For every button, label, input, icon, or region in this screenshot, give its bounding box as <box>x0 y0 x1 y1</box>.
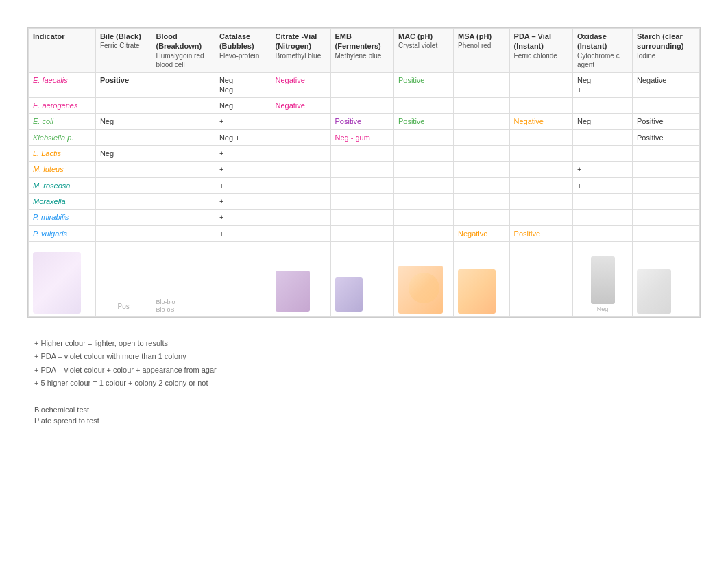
catalase-cell: Neg + <box>215 129 271 145</box>
legend-section: Biochemical test Plate spread to test <box>27 405 701 425</box>
bile-cell <box>95 193 151 209</box>
legend-item-2: Plate spread to test <box>34 416 701 425</box>
bile-cell <box>95 177 151 193</box>
pda-cell: Negative <box>509 114 572 129</box>
oxidase-cell <box>573 129 633 145</box>
msa-cell <box>453 72 509 98</box>
starch-cell <box>633 146 700 162</box>
plate-image-emb <box>335 277 363 312</box>
legend-item-1: Biochemical test <box>34 405 701 414</box>
bile-cell <box>95 129 151 145</box>
emb-cell <box>330 177 393 193</box>
header-pda: PDA – Vial (Instant) Ferric chloride <box>509 29 572 73</box>
bacteria-name: L. Lactis <box>29 146 96 162</box>
oxidase-cell: + <box>573 162 633 177</box>
image-cell-5 <box>271 241 330 316</box>
footnote-1: + Higher colour = lighter, open to resul… <box>34 338 701 349</box>
footnotes-section: + Higher colour = lighter, open to resul… <box>27 338 701 389</box>
oxidase-cell <box>573 146 633 162</box>
pda-cell: Positive <box>509 225 572 241</box>
starch-cell: Positive <box>633 129 700 145</box>
table-wrapper: Indicator Bile (Black) Ferric Citrate Bl… <box>27 27 701 318</box>
pda-cell <box>509 162 572 177</box>
msa-cell <box>453 146 509 162</box>
bile-cell <box>95 225 151 241</box>
catalase-cell: + <box>215 193 271 209</box>
catalase-cell: + <box>215 114 271 129</box>
table-row: M. roseosa + + <box>29 177 700 193</box>
header-starch: Starch (clear surrounding) Iodine <box>633 29 700 73</box>
blood-cell <box>151 72 215 98</box>
starch-cell <box>633 98 700 114</box>
oxidase-cell: + <box>573 177 633 193</box>
table-row: P. mirabilis + <box>29 210 700 225</box>
starch-cell <box>633 162 700 177</box>
pda-cell <box>509 72 572 98</box>
emb-cell <box>330 146 393 162</box>
header-msa: MSA (pH) Phenol red <box>453 29 509 73</box>
plate-image-msa <box>458 269 496 314</box>
image-cell-2: Pos <box>95 241 151 316</box>
bacteria-name: P. mirabilis <box>29 210 96 225</box>
header-indicator: Indicator <box>29 29 96 73</box>
mac-cell <box>393 193 453 209</box>
bile-cell <box>95 162 151 177</box>
citrate-cell <box>271 129 330 145</box>
starch-cell: Positive <box>633 114 700 129</box>
oxidase-cell <box>573 225 633 241</box>
table-row: E. aerogenes Neg Negative <box>29 98 700 114</box>
mac-cell <box>393 225 453 241</box>
mac-cell: Positive <box>393 114 453 129</box>
table-row: M. luteus + + <box>29 162 700 177</box>
starch-cell <box>633 210 700 225</box>
pda-cell <box>509 146 572 162</box>
mac-cell <box>393 162 453 177</box>
plate-image-oxidase <box>591 256 615 304</box>
plate-image-mac2 <box>409 273 439 303</box>
citrate-cell <box>271 193 330 209</box>
oxidase-cell <box>573 193 633 209</box>
image-cell-4 <box>215 241 271 316</box>
emb-cell <box>330 162 393 177</box>
pda-cell <box>509 129 572 145</box>
bacteria-name: E. faecalis <box>29 72 96 98</box>
image-cell-11 <box>633 241 700 316</box>
citrate-cell <box>271 114 330 129</box>
main-container: Indicator Bile (Black) Ferric Citrate Bl… <box>0 0 728 441</box>
pda-cell <box>509 210 572 225</box>
blood-cell <box>151 162 215 177</box>
catalase-cell: + <box>215 162 271 177</box>
emb-cell <box>330 225 393 241</box>
mac-cell <box>393 129 453 145</box>
blood-cell <box>151 129 215 145</box>
blood-cell <box>151 146 215 162</box>
image-cell-8 <box>453 241 509 316</box>
msa-cell <box>453 193 509 209</box>
citrate-cell <box>271 177 330 193</box>
citrate-cell: Negative <box>271 72 330 98</box>
msa-cell <box>453 162 509 177</box>
mac-cell <box>393 98 453 114</box>
mac-cell: Positive <box>393 72 453 98</box>
header-citrate: Citrate -Vial (Nitrogen) Bromethyl blue <box>271 29 330 73</box>
table-row: L. Lactis Neg + <box>29 146 700 162</box>
oxidase-cell <box>573 98 633 114</box>
blood-cell <box>151 193 215 209</box>
bile-cell: Neg <box>95 114 151 129</box>
footnote-2: + PDA – violet colour with more than 1 c… <box>34 351 701 362</box>
starch-cell <box>633 225 700 241</box>
table-row: P. vulgaris + Negative Positive <box>29 225 700 241</box>
bacteria-name: M. luteus <box>29 162 96 177</box>
msa-cell <box>453 177 509 193</box>
image-cell-6 <box>330 241 393 316</box>
oxidase-cell: Neg <box>573 114 633 129</box>
blood-cell <box>151 225 215 241</box>
msa-cell <box>453 129 509 145</box>
emb-cell: Positive <box>330 114 393 129</box>
image-cell-3: Blo-bloBlo-oBl <box>151 241 215 316</box>
bacteria-name: P. vulgaris <box>29 225 96 241</box>
citrate-cell <box>271 210 330 225</box>
footnote-3: + PDA – violet colour + colour + appeara… <box>34 365 701 375</box>
bile-cell <box>95 210 151 225</box>
bacteria-table: Indicator Bile (Black) Ferric Citrate Bl… <box>28 28 700 317</box>
